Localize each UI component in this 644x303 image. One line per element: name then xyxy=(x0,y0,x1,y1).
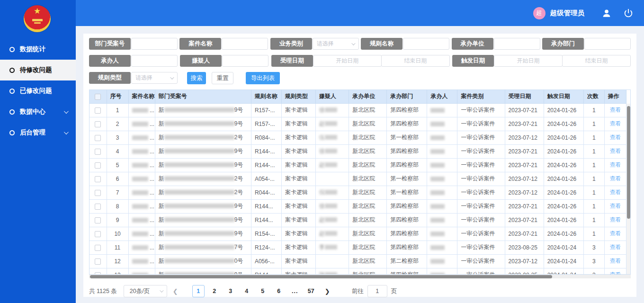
filter-input[interactable] xyxy=(131,55,178,67)
cell-unit: 新北区院 xyxy=(349,103,387,117)
sidebar-item-label: 已修改问题 xyxy=(20,87,52,95)
page-number-57[interactable]: 57 xyxy=(305,285,317,297)
view-link[interactable]: 查看 xyxy=(609,175,621,182)
row-checkbox[interactable] xyxy=(95,245,101,251)
date-start-input[interactable]: 开始日期 xyxy=(313,55,382,67)
row-checkbox[interactable] xyxy=(95,190,101,196)
chevron-down-icon xyxy=(64,109,69,114)
user-avatar[interactable]: 超 xyxy=(533,7,546,19)
cell-case-name: ... xyxy=(128,199,155,213)
cell-suspect: 李 xyxy=(316,241,349,254)
cell-rule-type: 案卡逻辑 xyxy=(282,172,316,186)
cell-no: 12 xyxy=(107,254,128,268)
filter-input[interactable] xyxy=(222,38,268,50)
row-checkbox[interactable] xyxy=(95,121,101,127)
row-checkbox[interactable] xyxy=(95,204,101,210)
logout-power-icon[interactable] xyxy=(623,8,634,18)
vertical-scrollbar-thumb[interactable] xyxy=(627,106,630,219)
cell-case-name: ... xyxy=(128,131,155,144)
row-checkbox[interactable] xyxy=(95,162,101,169)
cell-suspect: 伍 xyxy=(316,131,349,144)
row-checkbox[interactable] xyxy=(95,217,101,223)
column-header: 承办单位 xyxy=(349,90,387,103)
view-link[interactable]: 查看 xyxy=(609,244,621,250)
results-table: 序号案件名称部门受案号规则名称规则类型嫌疑人承办单位承办部门承办人案件类别受理日… xyxy=(89,90,626,275)
cell-accept-date: 2023-07-21 xyxy=(505,213,544,227)
filter-group: 案件名称 xyxy=(179,38,268,50)
page-size-value: 20条/页 xyxy=(130,287,150,295)
cell-suspect: 赵 xyxy=(316,117,349,131)
select-all-checkbox[interactable] xyxy=(95,94,101,100)
redacted-text xyxy=(164,190,234,195)
filter-group: 承办人 xyxy=(89,55,178,67)
cell-category: 一审公诉案件 xyxy=(457,254,505,268)
view-link[interactable]: 查看 xyxy=(609,258,621,264)
view-link[interactable]: 查看 xyxy=(609,134,621,141)
view-link[interactable]: 查看 xyxy=(609,216,621,223)
content-card: 部门受案号案件名称业务类别请选择规则名称承办单位承办部门承办人嫌疑人受理日期开始… xyxy=(83,34,636,297)
goto-unit: 页 xyxy=(391,287,397,295)
export-button[interactable]: 导出列表 xyxy=(246,72,280,84)
column-header: 规则类型 xyxy=(282,90,316,103)
view-link[interactable]: 查看 xyxy=(609,230,621,237)
filter-label: 规则类型 xyxy=(89,72,131,84)
suspect-char: 赵 xyxy=(319,216,325,223)
header-checkbox-cell xyxy=(89,90,107,103)
filter-row-1: 部门受案号案件名称业务类别请选择规则名称承办单位承办部门 xyxy=(89,38,631,50)
sidebar-item-4[interactable]: 数据中心 xyxy=(0,101,76,122)
page-number-6[interactable]: 6 xyxy=(273,285,285,297)
date-end-input[interactable]: 结束日期 xyxy=(562,55,631,67)
next-page-button[interactable]: ❯ xyxy=(322,288,333,295)
sidebar-item-3[interactable]: 已修改问题 xyxy=(0,80,76,101)
filter-input[interactable] xyxy=(131,38,178,50)
cell-dept: 第一检察部 xyxy=(387,131,427,144)
page-number-4[interactable]: 4 xyxy=(241,285,253,297)
cell-unit: 新北区院 xyxy=(349,131,387,144)
goto-page-input[interactable] xyxy=(367,285,387,297)
row-checkbox[interactable] xyxy=(95,107,101,114)
page-number-3[interactable]: 3 xyxy=(224,285,237,297)
view-link[interactable]: 查看 xyxy=(609,161,621,168)
view-link[interactable]: 查看 xyxy=(609,120,621,127)
view-link[interactable]: 查看 xyxy=(609,203,621,209)
row-checkbox[interactable] xyxy=(95,135,101,141)
cell-trigger-date: 2024-01-26 xyxy=(544,199,583,213)
page-number-1[interactable]: 1 xyxy=(192,285,205,297)
page-number-2[interactable]: 2 xyxy=(208,285,221,297)
filter-input[interactable] xyxy=(494,38,540,50)
sidebar-item-1[interactable]: 数据统计 xyxy=(0,39,76,60)
row-checkbox[interactable] xyxy=(95,149,101,155)
search-button[interactable]: 搜索 xyxy=(187,72,206,84)
row-checkbox[interactable] xyxy=(95,231,101,237)
filter-input[interactable] xyxy=(222,55,268,67)
view-link[interactable]: 查看 xyxy=(609,148,621,154)
page-number-5[interactable]: 5 xyxy=(257,285,269,297)
horizontal-scrollbar[interactable] xyxy=(89,275,631,278)
horizontal-scrollbar-thumb[interactable] xyxy=(90,275,552,278)
view-link[interactable]: 查看 xyxy=(609,189,621,196)
filter-select[interactable]: 请选择 xyxy=(131,72,178,84)
sidebar-item-2[interactable]: 待修改问题 xyxy=(0,60,76,80)
reset-button[interactable]: 重置 xyxy=(212,72,233,84)
sidebar: ★ 数据统计待修改问题已修改问题数据中心后台管理 xyxy=(0,0,76,303)
row-checkbox[interactable] xyxy=(95,258,101,265)
profile-icon[interactable] xyxy=(601,8,612,18)
cell-count: 1 xyxy=(583,158,604,172)
sidebar-item-5[interactable]: 后台管理 xyxy=(0,122,76,143)
date-end-input[interactable]: 结束日期 xyxy=(381,55,450,67)
filter-group: 部门受案号 xyxy=(89,38,178,50)
row-checkbox[interactable] xyxy=(95,176,101,182)
cell-rule-name: A056-... xyxy=(251,254,281,268)
vertical-scrollbar[interactable] xyxy=(626,104,630,274)
redacted-text xyxy=(325,204,337,208)
filter-select[interactable]: 请选择 xyxy=(313,38,359,50)
view-link[interactable]: 查看 xyxy=(609,271,621,275)
date-start-input[interactable]: 开始日期 xyxy=(494,55,563,67)
filter-input[interactable] xyxy=(584,38,631,50)
cell-accept-date: 2023-07-12 xyxy=(505,131,544,144)
page-size-select[interactable]: 20条/页 xyxy=(124,285,167,297)
view-link[interactable]: 查看 xyxy=(609,107,621,113)
redacted-text xyxy=(132,190,148,195)
prev-page-button[interactable]: ❮ xyxy=(170,288,181,295)
filter-input[interactable] xyxy=(403,38,449,50)
